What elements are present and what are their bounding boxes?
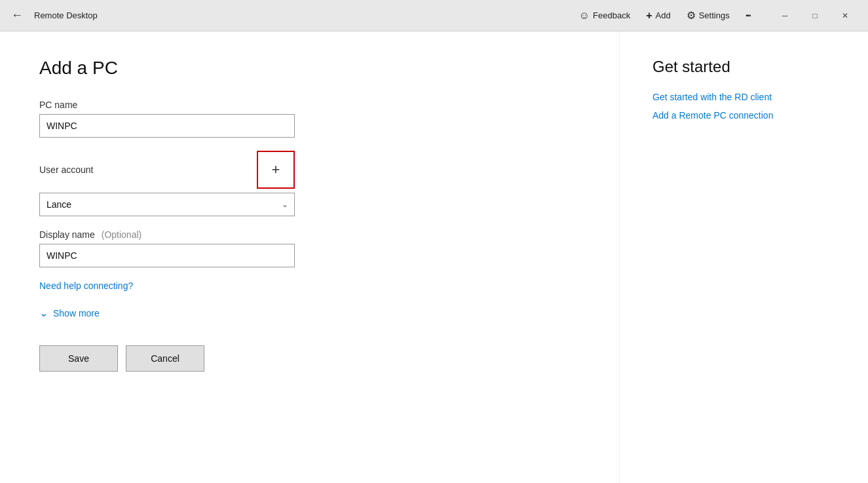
settings-icon: ⚙	[687, 9, 696, 22]
app-title: Remote Desktop	[34, 10, 98, 20]
get-started-title: Get started	[652, 58, 835, 76]
display-name-label: Display name (Optional)	[39, 229, 580, 240]
user-account-group: User account + Lance ⌄	[39, 151, 580, 216]
pc-name-label: PC name	[39, 100, 580, 110]
add-icon: +	[646, 10, 652, 22]
titlebar-right: ☺ Feedback + Add ⚙ Settings ··· ─ □ ✕	[573, 5, 860, 26]
display-name-input[interactable]	[39, 244, 295, 267]
window-controls: ─ □ ✕	[770, 5, 860, 26]
titlebar: ← Remote Desktop ☺ Feedback + Add ⚙ Sett…	[0, 0, 868, 31]
feedback-button[interactable]: ☺ Feedback	[573, 6, 637, 26]
back-button[interactable]: ←	[8, 7, 26, 25]
remote-pc-link[interactable]: Add a Remote PC connection	[652, 110, 835, 121]
button-row: Save Cancel	[39, 345, 580, 372]
add-label: Add	[656, 10, 671, 20]
cancel-button[interactable]: Cancel	[126, 345, 204, 372]
save-button[interactable]: Save	[39, 345, 118, 372]
minimize-button[interactable]: ─	[770, 5, 800, 26]
titlebar-left: ← Remote Desktop	[8, 7, 98, 25]
more-icon: ···	[745, 10, 750, 22]
feedback-icon: ☺	[579, 10, 590, 22]
chevron-down-icon: ⌄	[39, 307, 48, 319]
add-account-button[interactable]: +	[257, 151, 295, 189]
settings-label: Settings	[699, 10, 730, 20]
pc-name-input[interactable]	[39, 114, 295, 138]
display-name-optional: (Optional)	[102, 229, 142, 240]
show-more-label: Show more	[53, 308, 100, 319]
user-account-select-wrapper: Lance ⌄	[39, 193, 295, 216]
main-panel: Add a PC PC name User account + Lance ⌄	[0, 31, 619, 483]
user-account-label: User account	[39, 164, 93, 175]
show-more-toggle[interactable]: ⌄ Show more	[39, 307, 580, 319]
feedback-label: Feedback	[593, 10, 630, 20]
help-link[interactable]: Need help connecting?	[39, 280, 580, 291]
page-title: Add a PC	[39, 58, 580, 79]
pc-name-group: PC name	[39, 100, 580, 138]
content-area: Add a PC PC name User account + Lance ⌄	[0, 31, 868, 483]
more-button[interactable]: ···	[739, 6, 757, 26]
user-account-select[interactable]: Lance	[39, 193, 295, 216]
right-panel: Get started Get started with the RD clie…	[619, 31, 868, 483]
close-button[interactable]: ✕	[830, 5, 860, 26]
display-name-group: Display name (Optional)	[39, 229, 580, 267]
add-button[interactable]: + Add	[639, 6, 677, 26]
settings-button[interactable]: ⚙ Settings	[680, 5, 736, 26]
rd-client-link[interactable]: Get started with the RD client	[652, 92, 835, 102]
maximize-button[interactable]: □	[800, 5, 830, 26]
add-account-icon: +	[272, 161, 280, 178]
